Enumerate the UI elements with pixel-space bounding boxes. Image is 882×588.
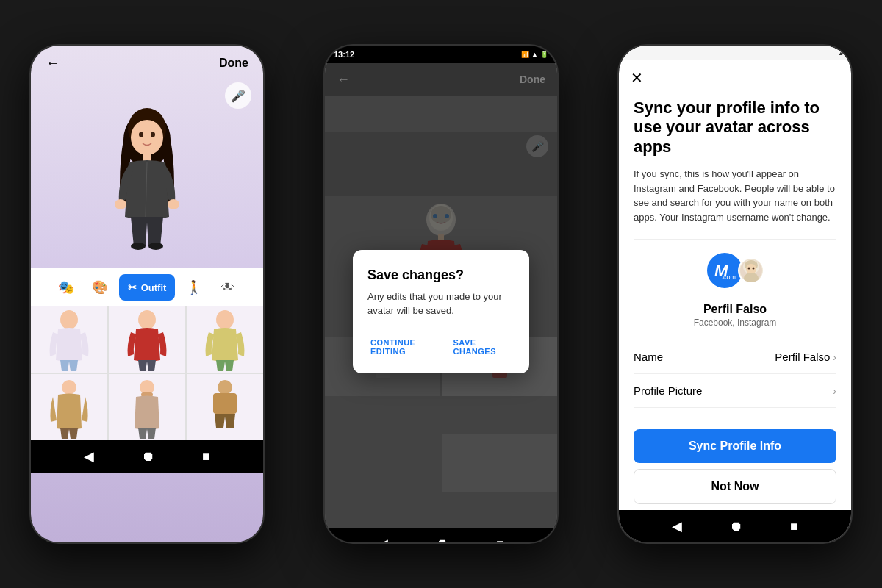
phone3: ▲ ✕ Sync your profile info to use your a…	[617, 44, 853, 544]
tab-face[interactable]: 🎭	[51, 274, 81, 301]
nav-back-3[interactable]: ◀	[672, 518, 682, 534]
sync-content: Sync your profile info to use your avata…	[619, 93, 851, 417]
profile-platforms: Facebook, Instagram	[694, 318, 777, 328]
wifi-icon: 📶	[521, 51, 529, 58]
info-rows: Name Perfil Falso › Profile Picture ›	[634, 340, 836, 408]
outfit-grid	[31, 306, 263, 440]
svg-rect-17	[213, 393, 237, 414]
phone2-wrapper: 13:12 📶 ▲ 🔋 ← Done	[294, 0, 588, 588]
nav-square-1[interactable]: ■	[202, 449, 210, 465]
svg-point-4	[151, 132, 155, 137]
nav-square-2[interactable]: ■	[496, 537, 504, 543]
svg-point-12	[216, 310, 234, 329]
svg-point-35	[746, 264, 756, 274]
svg-text:com: com	[723, 273, 736, 281]
picture-value: ›	[833, 385, 836, 397]
status-time-2: 13:12	[334, 50, 354, 59]
svg-point-16	[218, 380, 232, 395]
phone3-screen: ▲ ✕ Sync your profile info to use your a…	[619, 46, 851, 542]
svg-point-8	[131, 243, 146, 250]
picture-chevron: ›	[833, 385, 836, 397]
svg-point-10	[60, 310, 78, 329]
outfit-item-2[interactable]	[109, 306, 185, 373]
svg-point-13	[62, 380, 76, 395]
tab-outfit[interactable]: ✂ Outfit	[119, 274, 176, 301]
phone3-corner-icon: ▲	[838, 50, 844, 57]
dialog-overlay: Save changes? Any edits that you made to…	[325, 63, 557, 542]
phone3-notch: ▲	[619, 46, 851, 60]
save-changes-button[interactable]: SAVE CHANGES	[451, 332, 515, 362]
tab-color[interactable]: 🎨	[85, 274, 115, 301]
bottom-nav-2: ◀ ⏺ ■	[325, 528, 557, 542]
meta-logo-svg: M . com	[711, 257, 738, 284]
bottom-nav-3: ◀ ⏺ ■	[619, 510, 851, 542]
phone2-content: ← Done 🎤	[325, 63, 557, 542]
phones-container: ← Done 🎤	[0, 0, 882, 588]
phone2-screen: 13:12 📶 ▲ 🔋 ← Done	[325, 46, 557, 542]
svg-point-11	[138, 310, 156, 329]
profile-card: M . com	[634, 239, 836, 340]
nav-home-1[interactable]: ⏺	[142, 449, 155, 465]
outfit-item-5[interactable]	[109, 374, 185, 440]
svg-point-3	[139, 132, 143, 137]
svg-point-6	[115, 199, 126, 209]
status-bar-2: 13:12 📶 ▲ 🔋	[325, 46, 557, 63]
dialog-actions: CONTINUE EDITING SAVE CHANGES	[368, 332, 514, 362]
battery-icon: 🔋	[540, 51, 548, 58]
nav-home-3[interactable]: ⏺	[730, 519, 743, 534]
profile-name: Perfil Falso	[703, 303, 767, 316]
phone1-header: ← Done	[31, 46, 263, 77]
name-value: Perfil Falso ›	[775, 351, 836, 363]
outfit-item-3[interactable]	[187, 306, 263, 373]
name-label: Name	[634, 351, 663, 363]
phone1-wrapper: ← Done 🎤	[0, 0, 294, 588]
svg-point-2	[131, 120, 163, 155]
done-button[interactable]: Done	[219, 57, 248, 70]
dialog-title: Save changes?	[368, 268, 514, 283]
close-button[interactable]: ✕	[631, 69, 643, 87]
phone1: ← Done 🎤	[29, 44, 265, 544]
toolbar-tabs: 🎭 🎨 ✂ Outfit 🚶 👁	[31, 268, 263, 306]
status-icons-2: 📶 ▲ 🔋	[521, 51, 548, 58]
picture-row[interactable]: Profile Picture ›	[634, 374, 836, 408]
dialog-description: Any edits that you made to your avatar w…	[368, 290, 514, 317]
avatar-display	[31, 77, 263, 268]
sync-profile-button[interactable]: Sync Profile Info	[634, 429, 836, 463]
profile-avatar-meta	[738, 257, 764, 284]
outfit-item-6[interactable]	[187, 374, 263, 440]
profile-avatar-svg	[740, 259, 762, 282]
not-now-button[interactable]: Not Now	[634, 469, 836, 504]
outfit-icon: ✂	[128, 282, 137, 293]
save-dialog: Save changes? Any edits that you made to…	[353, 250, 529, 373]
name-chevron: ›	[833, 351, 836, 363]
nav-back-2[interactable]: ◀	[378, 536, 388, 542]
nav-home-2[interactable]: ⏺	[436, 537, 449, 543]
continue-editing-button[interactable]: CONTINUE EDITING	[368, 332, 445, 362]
svg-point-36	[748, 268, 750, 270]
nav-square-3[interactable]: ■	[790, 519, 798, 534]
outfit-item-4[interactable]	[31, 374, 107, 440]
signal-icon: ▲	[531, 51, 538, 58]
svg-point-37	[753, 268, 755, 270]
phone2: 13:12 📶 ▲ 🔋 ← Done	[323, 44, 559, 544]
sync-title: Sync your profile info to use your avata…	[634, 98, 836, 157]
svg-point-9	[148, 243, 163, 250]
back-button[interactable]: ←	[46, 54, 60, 71]
svg-point-7	[168, 199, 179, 209]
profile-avatars: M . com	[706, 251, 764, 295]
outfit-label: Outfit	[141, 282, 167, 293]
nav-back-1[interactable]: ◀	[84, 448, 94, 465]
bottom-nav-1: ◀ ⏺ ■	[31, 440, 263, 473]
phone1-screen: ← Done 🎤	[31, 46, 263, 542]
name-row[interactable]: Name Perfil Falso ›	[634, 340, 836, 374]
tab-preview[interactable]: 👁	[213, 274, 243, 301]
outfit-item-1[interactable]	[31, 306, 107, 373]
picture-label: Profile Picture	[634, 384, 702, 397]
sync-description: If you sync, this is how you'll appear o…	[634, 167, 836, 224]
avatar-figure	[103, 99, 191, 246]
sync-actions: Sync Profile Info Not Now	[619, 417, 851, 510]
tab-pose[interactable]: 🚶	[179, 274, 209, 301]
avatar-svg	[103, 99, 191, 254]
phone3-wrapper: ▲ ✕ Sync your profile info to use your a…	[588, 0, 882, 588]
name-value-text: Perfil Falso	[775, 351, 830, 363]
